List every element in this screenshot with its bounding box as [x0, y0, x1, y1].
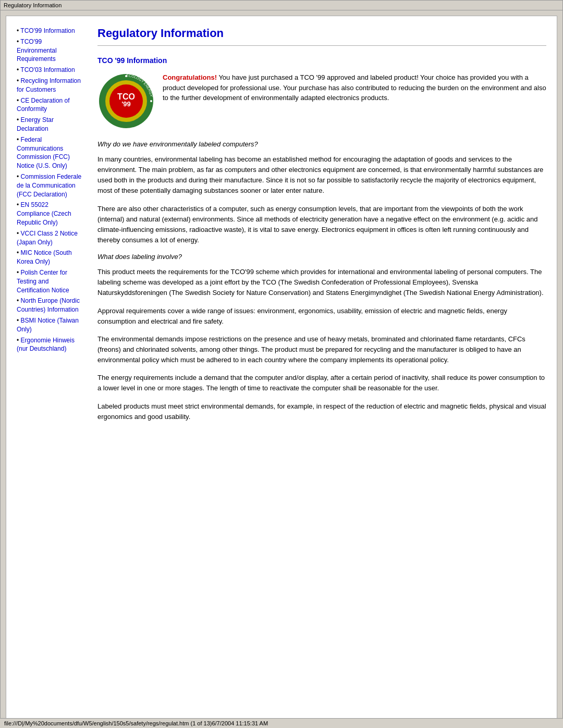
status-bar-text: file:///D|/My%20documents/dfu/W5/english… [4, 720, 268, 726]
browser-window: Regulatory Information TCO'99 Informatio… [0, 0, 563, 728]
status-bar: file:///D|/My%20documents/dfu/W5/english… [0, 718, 563, 728]
sidebar-item: Energy Star Declaration [17, 116, 82, 133]
sidebar-link[interactable]: Ergonomie Hinweis (nur Deutschland) [17, 337, 75, 353]
sidebar-item: North Europe (Nordic Countries) Informat… [17, 297, 82, 314]
sidebar-link[interactable]: TCO'03 Information [20, 66, 75, 73]
para6: The energy requirements include a demand… [97, 373, 546, 393]
heading2: What does labeling involve? [97, 253, 546, 261]
main-content: Regulatory Information TCO '99 Informati… [90, 27, 546, 429]
sidebar-link[interactable]: VCCI Class 2 Notice (Japan Only) [17, 230, 78, 246]
sidebar-item: VCCI Class 2 Notice (Japan Only) [17, 229, 82, 247]
sidebar-link[interactable]: Commission Federale de la Communication … [17, 173, 81, 198]
intro-text: You have just purchased a TCO '99 approv… [163, 73, 546, 102]
sidebar-item: MIC Notice (South Korea Only) [17, 249, 82, 266]
heading1: Why do we have environmentally labeled c… [97, 140, 546, 148]
sidebar-item: BSMI Notice (Taiwan Only) [17, 316, 82, 334]
sidebar-item: Polish Center for Testing and Certificat… [17, 268, 82, 294]
sidebar-link[interactable]: TCO'99 Information [20, 27, 75, 34]
sidebar-item: Ergonomie Hinweis (nur Deutschland) [17, 336, 82, 354]
page-content: TCO'99 InformationTCO'99 Environmental R… [6, 16, 557, 719]
para3: This product meets the requirements for … [97, 267, 546, 298]
sidebar-item: Federal Communications Commission (FCC) … [17, 135, 82, 170]
sidebar-item: TCO'99 Information [17, 27, 82, 35]
sidebar-link[interactable]: MIC Notice (South Korea Only) [17, 249, 72, 265]
sidebar-item: TCO'03 Information [17, 66, 82, 75]
sidebar-link[interactable]: EN 55022 Compliance (Czech Republic Only… [17, 201, 71, 226]
svg-point-7 [150, 100, 152, 102]
title-bar: Regulatory Information [1, 1, 562, 10]
para7: Labeled products must meet strict enviro… [97, 401, 546, 422]
para1: In many countries, environmental labelin… [97, 154, 546, 196]
section-title: TCO '99 Information [97, 56, 546, 65]
page-title: Regulatory Information [97, 27, 546, 40]
sidebar-item: Recycling Information for Customers [17, 77, 82, 94]
para5: The environmental demands impose restric… [97, 334, 546, 365]
title-bar-text: Regulatory Information [4, 2, 62, 8]
svg-point-6 [125, 75, 127, 77]
sidebar-item: TCO'99 Environmental Requirements [17, 38, 82, 64]
sidebar-item: CE Declaration of Conformity [17, 96, 82, 114]
sidebar-link[interactable]: Energy Star Declaration [17, 116, 54, 132]
sidebar-link[interactable]: North Europe (Nordic Countries) Informat… [17, 297, 80, 313]
sidebar-link[interactable]: TCO'99 Environmental Requirements [17, 38, 57, 63]
sidebar-link[interactable]: CE Declaration of Conformity [17, 97, 70, 113]
sidebar-item: Commission Federale de la Communication … [17, 172, 82, 199]
sidebar-item: EN 55022 Compliance (Czech Republic Only… [17, 201, 82, 227]
congrats-label: Congratulations! [163, 73, 217, 81]
sidebar-link[interactable]: Polish Center for Testing and Certificat… [17, 269, 69, 294]
sidebar-link[interactable]: BSMI Notice (Taiwan Only) [17, 317, 79, 333]
tco-logo: TCO '99 ECOLOGY ENERGY [97, 72, 155, 130]
svg-text:'99: '99 [121, 100, 131, 108]
para2: There are also other characteristics of … [97, 204, 546, 246]
tco-logo-svg: TCO '99 ECOLOGY ENERGY [97, 72, 155, 130]
para4: Approval requirements cover a wide range… [97, 306, 546, 327]
divider [97, 45, 546, 46]
sidebar-link[interactable]: Federal Communications Commission (FCC) … [17, 136, 70, 169]
tco-intro-text: Congratulations! You have just purchased… [163, 72, 546, 130]
tco-intro-block: TCO '99 ECOLOGY ENERGY [97, 72, 546, 130]
sidebar: TCO'99 InformationTCO'99 Environmental R… [17, 27, 90, 429]
sidebar-link[interactable]: Recycling Information for Customers [17, 77, 81, 93]
sidebar-nav: TCO'99 InformationTCO'99 Environmental R… [17, 27, 82, 353]
